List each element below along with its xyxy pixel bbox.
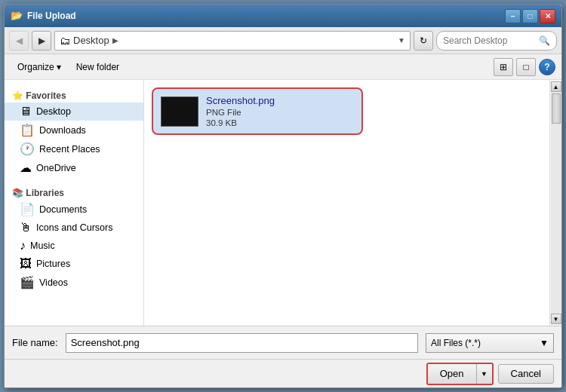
sidebar-item-desktop[interactable]: 🖥 Desktop <box>5 103 143 121</box>
filename-label: File name: <box>12 337 58 348</box>
sidebar-item-downloads[interactable]: 📋 Downloads <box>5 121 143 139</box>
documents-icon: 📄 <box>20 202 35 216</box>
sidebar-item-label: Documents <box>39 204 87 215</box>
sidebar-item-label: OneDrive <box>36 163 76 173</box>
title-bar: 📂 File Upload – □ ✕ <box>5 5 561 27</box>
sidebar-item-label: Music <box>30 240 55 251</box>
videos-icon: 🎬 <box>20 275 35 289</box>
libraries-label: 📚 Libraries <box>5 183 143 200</box>
sidebar-item-label: Videos <box>39 277 68 288</box>
favorites-label: ⭐ Favorites <box>5 86 143 103</box>
minimize-button[interactable]: – <box>505 9 521 23</box>
sidebar-container: ⭐ Favorites 🖥 Desktop 📋 Downloads 🕐 Rece… <box>5 80 144 326</box>
scroll-track <box>551 92 561 314</box>
file-content: Screenshot.png PNG File 30.9 KB <box>144 80 549 326</box>
file-size: 30.9 KB <box>206 118 275 127</box>
open-button[interactable]: Open <box>428 364 477 384</box>
toolbar: Organize ▾ New folder ⊞ □ ? <box>5 54 561 80</box>
path-dropdown-arrow[interactable]: ▼ <box>398 36 405 44</box>
file-area: Screenshot.png PNG File 30.9 KB ▲ ▼ <box>144 80 561 326</box>
music-icon: ♪ <box>20 239 26 253</box>
path-text: Desktop <box>73 35 109 46</box>
view-button[interactable]: ⊞ <box>494 58 513 76</box>
icons-cursors-icon: 🖱 <box>20 221 32 234</box>
path-bar[interactable]: 🗂 Desktop ▶ ▼ <box>54 31 411 51</box>
sidebar-item-onedrive[interactable]: ☁ OneDrive <box>5 158 143 177</box>
sidebar-item-label: Pictures <box>36 259 70 269</box>
action-bar: Open ▼ Cancel <box>5 359 561 387</box>
help-button[interactable]: ? <box>539 59 555 75</box>
scroll-down-button[interactable]: ▼ <box>551 314 561 324</box>
close-button[interactable]: ✕ <box>540 9 555 23</box>
filename-input[interactable] <box>66 333 418 353</box>
sidebar: ⭐ Favorites 🖥 Desktop 📋 Downloads 🕐 Rece… <box>5 80 144 326</box>
file-name: Screenshot.png <box>206 95 275 106</box>
organize-button[interactable]: Organize ▾ <box>11 57 68 77</box>
sidebar-item-videos[interactable]: 🎬 Videos <box>5 273 143 292</box>
folder-icon: 🗂 <box>60 35 70 47</box>
sidebar-scroll: ⭐ Favorites 🖥 Desktop 📋 Downloads 🕐 Rece… <box>5 80 143 326</box>
sidebar-item-documents[interactable]: 📄 Documents <box>5 200 143 219</box>
search-icon: 🔍 <box>539 35 550 46</box>
dialog-icon: 📂 <box>11 10 23 22</box>
sidebar-item-recent-places[interactable]: 🕐 Recent Places <box>5 139 143 158</box>
bottom-bar: File name: All Files (*.*) ▼ <box>5 326 561 359</box>
file-area-scrollbar: ▲ ▼ <box>549 80 561 326</box>
file-item[interactable]: Screenshot.png PNG File 30.9 KB <box>152 87 363 135</box>
cancel-button[interactable]: Cancel <box>498 364 554 384</box>
open-dropdown-button[interactable]: ▼ <box>477 364 492 384</box>
pictures-icon: 🖼 <box>20 257 32 271</box>
filetype-select[interactable]: All Files (*.*) ▼ <box>426 333 554 353</box>
nav-bar: ◀ ▶ 🗂 Desktop ▶ ▼ ↻ 🔍 <box>5 27 561 54</box>
sidebar-item-label: Downloads <box>39 125 86 136</box>
toolbar-right: ⊞ □ ? <box>494 58 555 76</box>
search-bar[interactable]: 🔍 <box>436 31 557 51</box>
main-area: ⭐ Favorites 🖥 Desktop 📋 Downloads 🕐 Rece… <box>5 80 561 326</box>
file-upload-dialog: 📂 File Upload – □ ✕ ◀ ▶ 🗂 Desktop ▶ ▼ ↻ … <box>4 4 562 388</box>
sidebar-item-icons-cursors[interactable]: 🖱 Icons and Cursors <box>5 219 143 237</box>
recent-places-icon: 🕐 <box>20 142 35 156</box>
onedrive-icon: ☁ <box>20 161 32 175</box>
path-arrow: ▶ <box>112 36 118 44</box>
window-controls: – □ ✕ <box>505 9 555 23</box>
file-type: PNG File <box>206 108 275 117</box>
sidebar-item-label: Icons and Cursors <box>36 222 112 233</box>
desktop-icon: 🖥 <box>20 105 32 118</box>
back-button[interactable]: ◀ <box>9 31 29 51</box>
dialog-title: File Upload <box>27 11 505 21</box>
search-input[interactable] <box>443 35 536 46</box>
filetype-value: All Files (*.*) <box>431 338 481 348</box>
file-info: Screenshot.png PNG File 30.9 KB <box>206 95 275 127</box>
scroll-up-button[interactable]: ▲ <box>551 81 561 92</box>
sidebar-item-label: Desktop <box>36 106 71 117</box>
refresh-button[interactable]: ↻ <box>414 31 433 51</box>
new-folder-button[interactable]: New folder <box>69 57 126 77</box>
forward-button[interactable]: ▶ <box>32 31 51 51</box>
sidebar-item-pictures[interactable]: 🖼 Pictures <box>5 255 143 273</box>
view-button-2[interactable]: □ <box>516 58 536 76</box>
downloads-icon: 📋 <box>20 123 35 137</box>
scroll-thumb[interactable] <box>552 93 561 124</box>
sidebar-item-music[interactable]: ♪ Music <box>5 237 143 255</box>
filetype-dropdown-arrow: ▼ <box>540 338 549 348</box>
open-button-group: Open ▼ <box>426 363 494 385</box>
sidebar-item-label: Recent Places <box>39 144 100 155</box>
file-thumbnail <box>161 96 198 127</box>
maximize-button[interactable]: □ <box>522 9 538 23</box>
